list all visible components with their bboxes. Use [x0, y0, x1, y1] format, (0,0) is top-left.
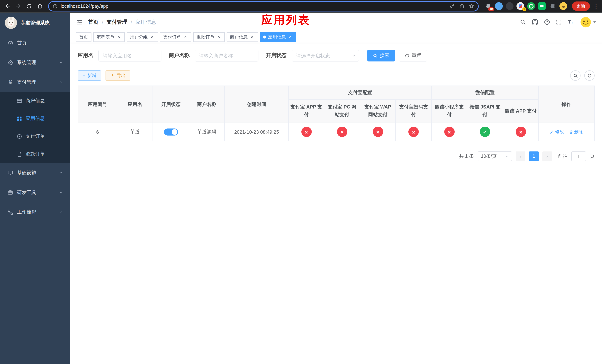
- status-toggle[interactable]: [164, 128, 178, 135]
- export-button[interactable]: 导出: [106, 70, 130, 81]
- breadcrumb: 首页 / 支付管理 / 应用信息: [88, 19, 156, 25]
- search-button[interactable]: 搜索: [367, 50, 395, 62]
- tab-label: 应用信息: [268, 34, 286, 40]
- help-icon[interactable]: [544, 19, 550, 25]
- tab-user-group[interactable]: 用户分组 ×: [127, 32, 158, 42]
- col-wechat-lite: 微信小程序支付: [431, 99, 467, 123]
- merchant-name-input[interactable]: [195, 50, 258, 62]
- col-alipay-app: 支付宝 APP 支付: [289, 99, 324, 123]
- user-avatar[interactable]: [580, 16, 596, 28]
- tab-close-icon[interactable]: ×: [288, 34, 293, 40]
- app-logo[interactable]: 芋道管理系统: [0, 13, 70, 33]
- breadcrumb-home[interactable]: 首页: [88, 19, 98, 25]
- refresh-table-icon[interactable]: [584, 70, 595, 81]
- sidebar-item-pay-order[interactable]: 支付订单: [0, 127, 70, 145]
- extension-icon-5[interactable]: [527, 2, 535, 10]
- disabled-status-icon: ×: [301, 127, 312, 137]
- browser-forward-icon[interactable]: [14, 2, 22, 11]
- profile-avatar-icon[interactable]: [559, 2, 567, 10]
- cell-app-name: 芋道: [117, 123, 153, 141]
- sidebar-item-workflow[interactable]: 工作流程: [0, 202, 70, 222]
- current-page[interactable]: 1: [529, 151, 539, 161]
- tab-close-icon[interactable]: ×: [150, 34, 155, 40]
- address-bar[interactable]: localhost:1024/pay/app: [48, 1, 479, 11]
- sidebar-item-app-info[interactable]: 应用信息: [0, 110, 70, 127]
- extension-icon-6[interactable]: [538, 2, 546, 10]
- yen-icon: ¥: [7, 79, 13, 85]
- tab-refund-order[interactable]: 退款订单 ×: [193, 32, 225, 42]
- font-size-icon[interactable]: TT: [568, 19, 575, 25]
- browser-reload-icon[interactable]: [24, 2, 33, 11]
- app-shell: 芋道管理系统 首页 系统管理: [0, 13, 602, 364]
- delete-link[interactable]: 删除: [569, 129, 583, 135]
- sidebar-item-infrastructure[interactable]: 基础设施: [0, 163, 70, 182]
- app-name-input[interactable]: [98, 50, 161, 62]
- sidebar-item-system[interactable]: 系统管理: [0, 53, 70, 72]
- extension-puzzle-icon-7[interactable]: [549, 2, 557, 10]
- breadcrumb-separator: /: [131, 19, 132, 25]
- tab-merchant-info[interactable]: 商户信息 ×: [226, 32, 258, 42]
- browser-menu-icon[interactable]: ⋮: [593, 3, 599, 10]
- browser-back-icon[interactable]: [3, 2, 12, 11]
- github-icon[interactable]: [532, 19, 538, 25]
- chevron-down-icon: [505, 154, 509, 158]
- cell-app-id: 6: [78, 123, 117, 141]
- extension-icon-2[interactable]: [495, 2, 503, 10]
- breadcrumb-payment[interactable]: 支付管理: [107, 19, 127, 25]
- svg-text:T: T: [571, 21, 573, 24]
- tab-app-info[interactable]: 应用信息 ×: [260, 32, 296, 42]
- edit-link[interactable]: 修改: [550, 129, 564, 135]
- add-button[interactable]: + 新增: [78, 70, 101, 81]
- sidebar-item-payment[interactable]: ¥ 支付管理: [0, 72, 70, 92]
- password-key-icon[interactable]: [450, 3, 455, 9]
- cell-alipay-wap: ×: [360, 123, 396, 141]
- col-actions: 操作: [538, 86, 594, 123]
- tab-close-icon[interactable]: ×: [183, 34, 188, 40]
- sidebar-item-label: 应用信息: [26, 115, 45, 122]
- cell-wechat-lite: ×: [431, 123, 467, 141]
- next-page-button[interactable]: ›: [542, 151, 552, 161]
- bookmark-star-icon[interactable]: [469, 3, 474, 9]
- disabled-status-icon: ×: [444, 127, 454, 137]
- url-text: localhost:1024/pay/app: [61, 3, 447, 9]
- sidebar-item-refund-order[interactable]: 退款订单: [0, 145, 70, 163]
- merchant-name-label: 商户名称: [169, 52, 190, 59]
- hamburger-icon[interactable]: [76, 19, 83, 25]
- col-group-wechat: 微信配置: [431, 86, 538, 99]
- share-icon[interactable]: [459, 3, 465, 9]
- toolbox-icon: [7, 189, 13, 195]
- extension-puzzle-icon-1[interactable]: 10: [484, 2, 492, 10]
- disabled-status-icon: ×: [516, 127, 526, 137]
- extension-icon-4[interactable]: 1: [516, 2, 524, 10]
- tab-close-icon[interactable]: ×: [249, 34, 255, 40]
- table-group-header-row: 应用编号 应用名 开启状态 商户名称 创建时间 支付宝配置 微信配置 操作: [78, 86, 594, 99]
- prev-page-button[interactable]: ‹: [516, 151, 525, 161]
- tab-close-icon[interactable]: ×: [116, 34, 121, 40]
- sidebar-item-merchant-info[interactable]: 商户信息: [0, 92, 70, 110]
- tab-home[interactable]: 首页: [76, 32, 91, 42]
- sidebar-item-home[interactable]: 首页: [0, 33, 70, 53]
- sidebar-item-label: 商户信息: [26, 97, 45, 104]
- sidebar-item-label: 工作流程: [17, 209, 36, 215]
- cell-merchant: 芋道源码: [189, 123, 225, 141]
- browser-update-button[interactable]: 更新: [572, 1, 590, 11]
- extension-icon-3[interactable]: [506, 2, 514, 10]
- goto-page-input[interactable]: [571, 151, 586, 161]
- browser-home-icon[interactable]: [35, 2, 44, 11]
- add-button-label: 新增: [87, 72, 96, 79]
- sidebar-item-dev-tools[interactable]: 研发工具: [0, 182, 70, 202]
- cell-created-at: 2021-10-23 08:49:25: [225, 123, 289, 141]
- status-select[interactable]: [292, 50, 359, 62]
- tab-label: 支付订单: [163, 34, 181, 40]
- tab-pay-order[interactable]: 支付订单 ×: [160, 32, 191, 42]
- site-info-icon[interactable]: [53, 3, 58, 9]
- reset-button[interactable]: 重置: [399, 50, 427, 62]
- page-size-select[interactable]: 10条/页: [478, 151, 512, 161]
- status-label: 开启状态: [266, 52, 287, 59]
- show-search-icon[interactable]: [570, 70, 580, 81]
- page-unit-label: 页: [590, 153, 595, 160]
- tab-process-form[interactable]: 流程表单 ×: [93, 32, 125, 42]
- search-icon[interactable]: [520, 19, 526, 25]
- tab-close-icon[interactable]: ×: [216, 34, 221, 40]
- fullscreen-icon[interactable]: [556, 19, 562, 25]
